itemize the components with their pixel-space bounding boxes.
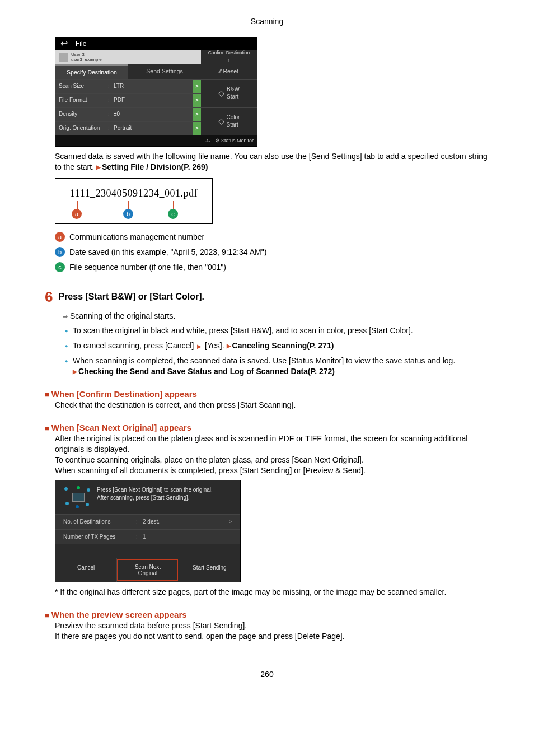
scan-next-body: After the original is placed on the plat… [55,433,489,583]
tab-specify-destination[interactable]: Specify Destination [55,64,128,79]
start-sending-button[interactable]: Start Sending [179,558,240,582]
scan-next-original-button[interactable]: Scan Next Original [116,558,178,582]
tab-send-settings[interactable]: Send Settings [128,64,201,79]
step-6-result: Scanning of the original starts. [63,311,489,321]
row-orientation[interactable]: Orig. Orientation : Portrait > [55,121,201,135]
step-6-bullet-3: When scanning is completed, the scanned … [63,356,489,377]
chevron-right-icon: > [193,122,201,135]
marker-a-icon: a [72,209,82,219]
gear-icon: ⚙ [215,137,219,144]
network-icon: 🖧 [205,137,210,144]
callout-a: a Communications management number [55,232,489,242]
badge-b-icon: b [55,247,65,257]
scan-animation-icon [63,486,91,508]
screen-title: File [72,39,257,48]
preview-body: Preview the scanned data before press [S… [55,620,489,642]
doc-header: Scanning [45,17,489,26]
start-color-button[interactable]: ◇ Color Start [201,107,257,135]
chevron-right-icon: > [193,108,201,121]
row-tx-pages: Number of TX Pages : 1 [55,529,240,544]
callout-c: c File sequence number (if one file, the… [55,262,489,273]
start-icon: ◇ [218,116,224,127]
step-6-bullet-2: To cancel scanning, press [Cancel] ▶ [Ye… [63,340,489,351]
selected-destination[interactable]: User-3 user3_example [55,50,201,64]
link-setting-file-division[interactable]: Setting File / Division(P. 269) [96,162,208,171]
row-num-destinations[interactable]: No. of Destinations : 2 dest. > [55,514,240,529]
badge-c-icon: c [55,262,65,272]
reset-icon: ⁄⁄ [219,68,222,74]
filename-diagram: 1111_230405091234_001.pdf a b c [55,178,213,224]
page-number: 260 [45,670,489,679]
filename-intro-text: Scanned data is saved with the following… [55,151,489,172]
link-canceling-scanning[interactable]: Canceling Scanning(P. 271) [227,341,334,350]
marker-b-icon: b [123,209,133,219]
step-6-bullet-1: To scan the original in black and white,… [63,325,489,336]
chevron-right-icon: > [193,94,201,107]
row-density[interactable]: Density : ±0 > [55,107,201,121]
callout-b: b Date saved (in this example, "April 5,… [55,247,489,258]
step-number-6: 6 [45,290,53,304]
heading-preview-screen: When the preview screen appears [45,610,489,619]
dest-name-top: User-3 [71,52,102,57]
scan-screen: ↩ File User-3 user3_example Confirm Dest… [55,37,257,147]
chevron-right-icon: ▶ [197,343,202,349]
confirm-destination-button[interactable]: Confirm Destination 1 [201,50,257,64]
heading-scan-next-original: When [Scan Next Original] appears [45,423,489,432]
back-icon[interactable]: ↩ [55,38,72,50]
size-note: * If the original has different size pag… [55,587,489,598]
link-checking-status[interactable]: Checking the Send and Save Status and Lo… [73,367,335,376]
confirm-destination-body: Check that the destination is correct, a… [55,400,489,410]
dest-name-bottom: user3_example [71,57,102,62]
folder-icon [59,53,68,62]
heading-confirm-destination: When [Confirm Destination] appears [45,389,489,399]
row-scan-size[interactable]: Scan Size : LTR > [55,79,201,93]
chevron-right-icon: > [193,80,201,93]
start-icon: ◇ [218,88,224,99]
scan-next-screen: Press [Scan Next Original] to scan the o… [55,480,241,582]
badge-a-icon: a [55,232,65,242]
filename-example: 1111_230405091234_001.pdf [61,186,207,200]
marker-c-icon: c [168,209,178,219]
cancel-button[interactable]: Cancel [55,558,116,582]
status-monitor-button[interactable]: ⚙ Status Monitor [215,137,254,144]
row-file-format[interactable]: File Format : PDF > [55,93,201,107]
chevron-right-icon: > [229,518,232,526]
scan-next-message: Press [Scan Next Original] to scan the o… [97,486,232,502]
reset-button[interactable]: ⁄⁄ Reset [201,64,257,79]
start-bw-button[interactable]: ◇ B&W Start [201,79,257,107]
step-6-title: Press [Start B&W] or [Start Color]. [58,292,204,302]
